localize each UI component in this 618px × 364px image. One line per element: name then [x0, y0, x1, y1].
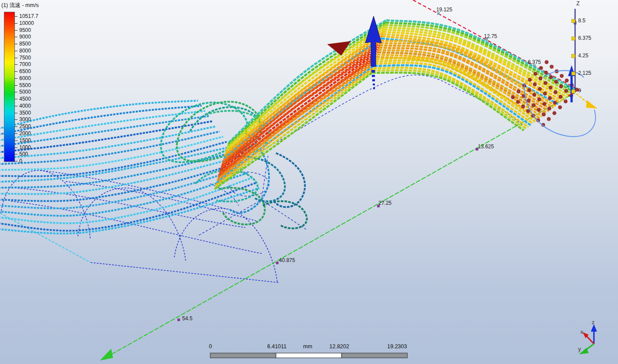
legend-tick — [14, 85, 18, 86]
streamlines-inlet-manifold — [0, 101, 259, 234]
outlet-dot-center — [561, 86, 561, 87]
outlet-dot-center — [560, 107, 561, 108]
outlet-dot-center — [556, 81, 557, 82]
scale-bar-label: mm — [303, 344, 312, 350]
legend-tick — [14, 161, 18, 161]
outlet-dot-center — [554, 102, 555, 103]
legend-value-label: 6500 — [19, 68, 31, 74]
yellow-axis-arrowhead — [586, 100, 597, 108]
ruler-y-tick-label: 27.25 — [378, 200, 392, 206]
legend-value-label: 2000 — [19, 130, 31, 136]
velocity-legend[interactable]: (1) 流速 - mm/s 10517.71000095009000850080… — [1, 2, 54, 9]
legend-value-label: 9500 — [19, 27, 31, 33]
triad-x-arrow — [587, 336, 594, 344]
outlet-dot-center — [565, 101, 566, 102]
channel-outline — [261, 200, 307, 230]
ruler-z-tick — [572, 54, 575, 58]
outlet-dot-center — [528, 100, 529, 101]
ruler-z-tick-label: 4.25 — [578, 53, 588, 59]
blue-arrow-dash — [372, 75, 375, 77]
legend-tick — [14, 119, 18, 120]
outlet-dot-center — [540, 88, 540, 89]
triad-x-label: x — [580, 329, 583, 335]
legend-tick — [14, 58, 18, 58]
legend-tick — [14, 16, 18, 17]
legend-value-label: 8500 — [19, 41, 31, 47]
legend-tick — [14, 30, 18, 31]
outlet-dot-center — [544, 104, 545, 105]
legend-value-label: 10517.7 — [19, 13, 38, 19]
scale-bar-segment — [210, 353, 276, 358]
legend-colorbar[interactable] — [4, 12, 15, 162]
streamline-loop — [219, 188, 265, 224]
outlet-dot-center — [545, 83, 546, 84]
outlet-dot-center — [518, 91, 519, 92]
legend-value-label: 500 — [19, 151, 28, 157]
geometry-wireframe — [0, 75, 523, 283]
streamline — [0, 188, 259, 234]
blue-arrow-dash — [372, 79, 375, 81]
outlet-dot-center — [523, 96, 524, 97]
outlet-dot-center — [546, 72, 547, 73]
outlet-dot-center — [549, 108, 550, 109]
legend-value-label: 5500 — [19, 82, 31, 88]
triad-z-label: z — [592, 319, 595, 325]
ruler-x-tick-label: 19.125 — [436, 7, 452, 13]
ruler-z-tick-label: 6.375 — [578, 35, 591, 41]
viewport[interactable]: (1) 流速 - mm/s 10517.71000095009000850080… — [0, 0, 618, 364]
outlet-dot-center — [540, 78, 541, 79]
legend-tick — [14, 126, 18, 127]
legend-tick — [14, 44, 18, 44]
ruler-x-tick-label: 6.375 — [528, 60, 541, 65]
legend-value-label: 7500 — [19, 55, 31, 61]
legend-value-label: 10000 — [19, 20, 34, 26]
ruler-y-tick — [177, 318, 180, 321]
ruler-y-tick-label: 54.5 — [182, 316, 192, 322]
streamline — [0, 132, 219, 164]
outlet-dot-center — [551, 77, 551, 78]
ruler-y-line — [105, 93, 575, 358]
dome-wireframe-edge — [174, 208, 277, 282]
outlet-dot-center — [551, 66, 552, 67]
ruler-y-arrowhead — [100, 349, 113, 360]
scale-bar-label: 12.8202 — [329, 344, 349, 350]
legend-tick — [14, 99, 18, 99]
outlet-dot-center — [523, 106, 523, 107]
legend-value-label: 6000 — [19, 75, 31, 81]
legend-value-label: 4000 — [19, 103, 31, 109]
legend-value-label: 3000 — [19, 116, 31, 122]
legend-tick — [14, 78, 18, 79]
ruler-z-axis-label: Z — [576, 1, 579, 7]
outlet-dot-center — [561, 76, 562, 77]
legend-tick — [14, 92, 18, 92]
ruler-z-tick-label: 2.125 — [578, 70, 591, 76]
legend-value-label: 5000 — [19, 89, 31, 95]
outlet-dot-center — [576, 89, 577, 90]
dome-wireframe-edge — [91, 262, 279, 283]
legend-tick — [14, 113, 18, 113]
outlet-dot-center — [533, 105, 534, 106]
triad-y-label: y — [578, 346, 581, 352]
ruler-z-tick — [572, 19, 575, 23]
outlet-dot-center — [534, 84, 535, 85]
legend-tick — [14, 23, 18, 24]
ruler-y-tick — [276, 262, 279, 264]
legend-tick — [14, 64, 18, 65]
outlet-dot-center — [539, 99, 540, 100]
legend-value-label: 4500 — [19, 96, 31, 102]
legend-tick — [14, 140, 18, 141]
legend-tick — [14, 154, 18, 154]
ruler-z-tick — [572, 37, 575, 40]
outlet-dot-center — [544, 93, 545, 94]
ruler-z-tick — [572, 90, 575, 93]
scale-bar — [210, 353, 407, 358]
outlet-dot-center — [534, 94, 535, 95]
scale-bar-label: 19.2303 — [387, 344, 407, 350]
legend-value-label: 9000 — [19, 34, 31, 40]
blue-arrow-dash — [373, 84, 375, 85]
outlet-dot-center — [529, 90, 530, 91]
dome-base-edge — [0, 213, 91, 262]
ruler-z-tick-label: 8.5 — [578, 18, 586, 24]
outlet-dot-center — [528, 111, 529, 112]
legend-value-label: 8000 — [19, 48, 31, 54]
